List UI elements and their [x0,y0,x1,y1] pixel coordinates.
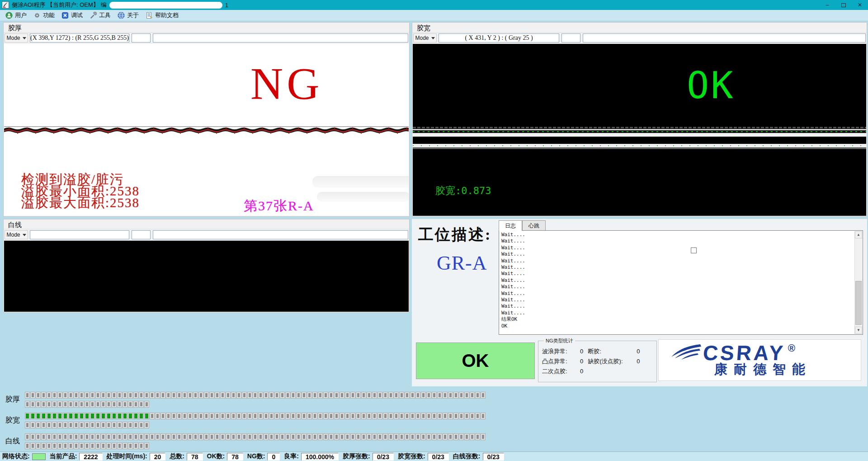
indicator-cell [312,392,317,399]
indicator-cell [220,413,225,419]
indicator-cell [323,413,328,419]
log-line: Wait.... [501,271,854,277]
scrollbar-thumb[interactable] [855,281,862,325]
indicator-cell [198,392,203,399]
indicator-cell [139,422,144,428]
glue-thickness-image[interactable]: NG 检测到溢胶/脏污 溢胶最小面积:2538 溢胶最大面积:2538 [4,44,409,216]
indicator-cell [236,392,241,399]
indicator-cell [85,401,90,408]
indicator-cell [307,433,312,440]
log-checkbox[interactable] [691,247,697,253]
indicator-cell [106,433,111,440]
indicator-cell [90,433,95,440]
indicator-cell [36,422,41,428]
indicator-cell [285,413,290,419]
indicator-cell [117,442,122,449]
indicator-cell [399,392,404,399]
chevron-down-icon [23,37,26,39]
indicator-cell [150,392,155,399]
mode-dropdown[interactable]: Mode [5,230,28,239]
status-value: 100.000% [301,453,339,461]
indicator-cell [133,392,138,399]
menu-item-function[interactable]: 功能 [31,10,59,20]
indicator-cell [383,413,388,419]
panel-white-line: 白线 Mode [3,219,410,313]
status-items: 当前产品: 2222 处理时间(ms): 20 总数: 78 OK数: 78 N… [50,452,504,461]
indicator-cell [291,433,296,440]
indicator-cell [47,392,52,399]
indicator-cell [193,413,198,419]
menu-item-user[interactable]: 用户 [3,10,31,20]
indicator-cell [95,442,100,449]
scroll-up-icon[interactable]: ▲ [855,231,862,238]
indicator-cell [41,401,46,408]
ng-stat-label: 断胶: [588,347,631,356]
maximize-button[interactable] [835,0,852,10]
status-item: OK数: 78 [207,452,243,461]
status-value: 0 [267,453,280,461]
indicator-cell [90,422,95,428]
indicator-cell [209,392,214,399]
white-line-image[interactable] [4,241,409,312]
indicator-cell [79,422,84,428]
indicator-cell [361,433,366,440]
indicator-cell [95,422,100,428]
ng-stat-value: 0 [637,356,640,366]
menu-item-help-doc[interactable]: 帮助文档 [143,10,183,20]
indicator-cell [133,413,138,419]
indicator-cell [25,413,30,419]
tab-heartbeat[interactable]: 心跳 [522,220,546,230]
indicator-cell [144,392,149,399]
menu-item-debug[interactable]: 调试 [59,10,87,20]
indicator-cell [215,433,220,440]
indicator-cell [426,413,431,419]
indicator-cell [274,433,279,440]
minimize-button[interactable]: – [819,0,835,10]
mode-dropdown[interactable]: Mode [5,33,28,43]
log-list[interactable]: Wait....Wait....Wait....Wait....Wait....… [499,230,863,335]
indicator-cell [155,433,160,440]
log-scrollbar[interactable]: ▲ ▼ [854,231,862,334]
glue-width-image[interactable]: OK 胶宽:0.873 [413,44,866,216]
menu-item-about[interactable]: 关于 [115,10,143,20]
indicator-cell [74,442,79,449]
indicator-cell [394,433,399,440]
indicator-cell [95,433,100,440]
indicator-row [25,422,149,428]
status-item: 胶厚张数: 0/23 [343,452,394,461]
tab-log[interactable]: 日志 [499,220,522,231]
scroll-down-icon[interactable]: ▼ [855,327,862,334]
status-value: 2222 [79,453,102,461]
indicator-cell [459,413,464,419]
indicator-cell [68,413,73,419]
info-field [153,230,408,239]
indicator-cell [280,413,285,419]
status-label: 胶厚张数: [343,452,370,461]
indicator-cell [139,392,144,399]
indicator-cell [323,433,328,440]
indicator-cell [464,413,469,419]
indicator-cell [106,413,111,419]
station-name: GR-A [437,252,487,275]
indicator-cell [329,433,334,440]
indicator-cell [36,442,41,449]
indicator-cell [231,413,236,419]
indicator-cell [274,392,279,399]
indicator-cell [356,392,361,399]
close-button[interactable]: ✕ [852,0,868,10]
indicator-cell [128,422,133,428]
menu-item-tools[interactable]: 工具 [87,10,115,20]
defect-message: 检测到溢胶/脏污 溢胶最小面积:2538 溢胶最大面积:2538 [21,173,140,209]
indicator-group-label-whiteline: 白线 [5,437,20,446]
indicator-cell [334,433,339,440]
aux-field [132,33,151,43]
indicator-cell [133,401,138,408]
indicator-cell [459,433,464,440]
mode-dropdown[interactable]: Mode [413,33,437,43]
indicator-cell [377,392,382,399]
indicator-cell [242,433,247,440]
indicator-cell [85,442,90,449]
indicator-cell [421,433,426,440]
indicator-cell [291,413,296,419]
indicator-cell [128,433,133,440]
